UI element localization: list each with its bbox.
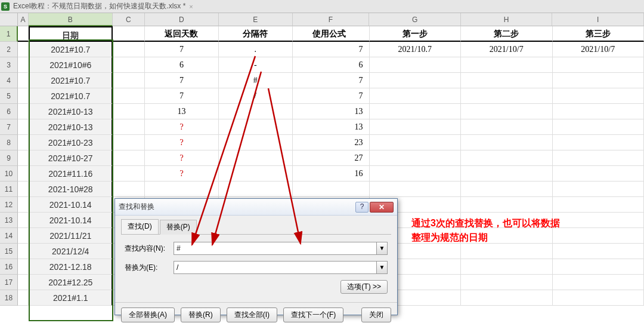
cell-D1[interactable]: 返回天数 bbox=[145, 26, 219, 42]
select-all-corner[interactable] bbox=[0, 13, 18, 26]
cell-A13[interactable] bbox=[18, 213, 29, 228]
row-header-9[interactable]: 9 bbox=[0, 150, 18, 166]
cell-D10[interactable]: ? bbox=[145, 166, 219, 182]
cell-E7[interactable] bbox=[219, 119, 293, 135]
replace-dropdown-icon[interactable]: ▼ bbox=[377, 261, 388, 274]
cell-C7[interactable] bbox=[113, 119, 145, 135]
dialog-help-button[interactable]: ? bbox=[355, 202, 369, 213]
cell-G9[interactable] bbox=[370, 150, 462, 166]
cell-F11[interactable] bbox=[293, 182, 370, 197]
cell-A17[interactable] bbox=[18, 275, 29, 290]
cell-A15[interactable] bbox=[18, 244, 29, 259]
cell-F6[interactable]: 13 bbox=[293, 104, 370, 119]
row-header-15[interactable]: 15 bbox=[0, 244, 18, 259]
cell-H3[interactable] bbox=[461, 57, 553, 73]
col-header-C[interactable]: C bbox=[113, 13, 145, 26]
col-header-D[interactable]: D bbox=[145, 13, 219, 26]
cell-C4[interactable] bbox=[113, 73, 145, 88]
find-all-button[interactable]: 查找全部(I) bbox=[227, 307, 277, 322]
cell-A18[interactable] bbox=[18, 290, 29, 306]
cell-I11[interactable] bbox=[553, 182, 645, 197]
cell-I1[interactable]: 第三步 bbox=[553, 26, 645, 42]
cell-A9[interactable] bbox=[18, 150, 29, 166]
cell-E10[interactable] bbox=[219, 166, 293, 182]
cell-I6[interactable] bbox=[553, 104, 645, 119]
cell-G5[interactable] bbox=[370, 88, 462, 104]
cell-E9[interactable] bbox=[219, 150, 293, 166]
cell-B2[interactable]: 2021#10.7 bbox=[29, 42, 113, 57]
dialog-close-button[interactable]: ✕ bbox=[370, 202, 394, 213]
cell-A16[interactable] bbox=[18, 259, 29, 275]
cell-A10[interactable] bbox=[18, 166, 29, 182]
cell-G6[interactable] bbox=[370, 104, 462, 119]
cell-C11[interactable] bbox=[113, 182, 145, 197]
cell-A3[interactable] bbox=[18, 57, 29, 73]
cell-B3[interactable]: 2021#10#6 bbox=[29, 57, 113, 73]
options-button[interactable]: 选项(T) >> bbox=[340, 280, 388, 294]
cell-A5[interactable] bbox=[18, 88, 29, 104]
col-header-B[interactable]: B bbox=[29, 13, 113, 26]
cell-I9[interactable] bbox=[553, 150, 645, 166]
row-header-14[interactable]: 14 bbox=[0, 228, 18, 244]
cell-I17[interactable] bbox=[553, 275, 645, 290]
col-header-A[interactable]: A bbox=[18, 13, 29, 26]
cell-B7[interactable]: 2021#10-13 bbox=[29, 119, 113, 135]
cell-D8[interactable]: ? bbox=[145, 135, 219, 150]
cell-B17[interactable]: 2021#12.25 bbox=[29, 275, 113, 290]
cell-B16[interactable]: 2021-12.18 bbox=[29, 259, 113, 275]
tab-find[interactable]: 查找(D) bbox=[121, 219, 159, 234]
cell-D4[interactable]: 7 bbox=[145, 73, 219, 88]
cell-E6[interactable] bbox=[219, 104, 293, 119]
find-dropdown-icon[interactable]: ▼ bbox=[377, 242, 388, 255]
cell-C3[interactable] bbox=[113, 57, 145, 73]
cell-D6[interactable]: 13 bbox=[145, 104, 219, 119]
cell-F8[interactable]: 23 bbox=[293, 135, 370, 150]
col-header-F[interactable]: F bbox=[293, 13, 370, 26]
cell-I10[interactable] bbox=[553, 166, 645, 182]
row-header-12[interactable]: 12 bbox=[0, 197, 18, 213]
cell-B12[interactable]: 2021-10.14 bbox=[29, 197, 113, 213]
cell-I2[interactable]: 2021/10/7 bbox=[553, 42, 645, 57]
cell-C8[interactable] bbox=[113, 135, 145, 150]
cell-A4[interactable] bbox=[18, 73, 29, 88]
replace-button[interactable]: 替换(R) bbox=[181, 307, 221, 322]
cell-D2[interactable]: 7 bbox=[145, 42, 219, 57]
cell-I4[interactable] bbox=[553, 73, 645, 88]
cell-E1[interactable]: 分隔符 bbox=[219, 26, 293, 42]
cell-H11[interactable] bbox=[461, 182, 553, 197]
find-what-input[interactable] bbox=[174, 242, 377, 255]
cell-C10[interactable] bbox=[113, 166, 145, 182]
row-header-11[interactable]: 11 bbox=[0, 182, 18, 197]
cell-H9[interactable] bbox=[461, 150, 553, 166]
cell-B5[interactable]: 2021#10.7 bbox=[29, 88, 113, 104]
cell-I7[interactable] bbox=[553, 119, 645, 135]
replace-with-input[interactable] bbox=[174, 261, 377, 274]
cell-G3[interactable] bbox=[370, 57, 462, 73]
cell-G2[interactable]: 2021/10.7 bbox=[370, 42, 462, 57]
cell-B11[interactable]: 2021-10#28 bbox=[29, 182, 113, 197]
cell-G4[interactable] bbox=[370, 73, 462, 88]
cell-B8[interactable]: 2021#10-23 bbox=[29, 135, 113, 150]
cell-H8[interactable] bbox=[461, 135, 553, 150]
cell-A8[interactable] bbox=[18, 135, 29, 150]
col-header-E[interactable]: E bbox=[219, 13, 293, 26]
cell-F9[interactable]: 27 bbox=[293, 150, 370, 166]
col-header-I[interactable]: I bbox=[552, 13, 644, 26]
cell-F4[interactable]: 7 bbox=[293, 73, 370, 88]
dialog-titlebar[interactable]: 查找和替换 ? ✕ bbox=[115, 199, 397, 216]
tab-close-icon[interactable]: × bbox=[189, 3, 193, 10]
cell-A2[interactable] bbox=[18, 42, 29, 57]
cell-I3[interactable] bbox=[553, 57, 645, 73]
cell-I5[interactable] bbox=[553, 88, 645, 104]
cell-I12[interactable] bbox=[553, 197, 645, 213]
cell-D9[interactable]: ? bbox=[145, 150, 219, 166]
row-header-5[interactable]: 5 bbox=[0, 88, 18, 104]
cell-B18[interactable]: 2021#1.1 bbox=[29, 290, 113, 306]
cell-H1[interactable]: 第二步 bbox=[461, 26, 553, 42]
cell-B1[interactable]: 日期 bbox=[29, 26, 113, 42]
cell-A11[interactable] bbox=[18, 182, 29, 197]
row-header-8[interactable]: 8 bbox=[0, 135, 18, 150]
cell-I15[interactable] bbox=[553, 244, 645, 259]
cell-H18[interactable] bbox=[461, 290, 553, 306]
cell-F10[interactable]: 16 bbox=[293, 166, 370, 182]
